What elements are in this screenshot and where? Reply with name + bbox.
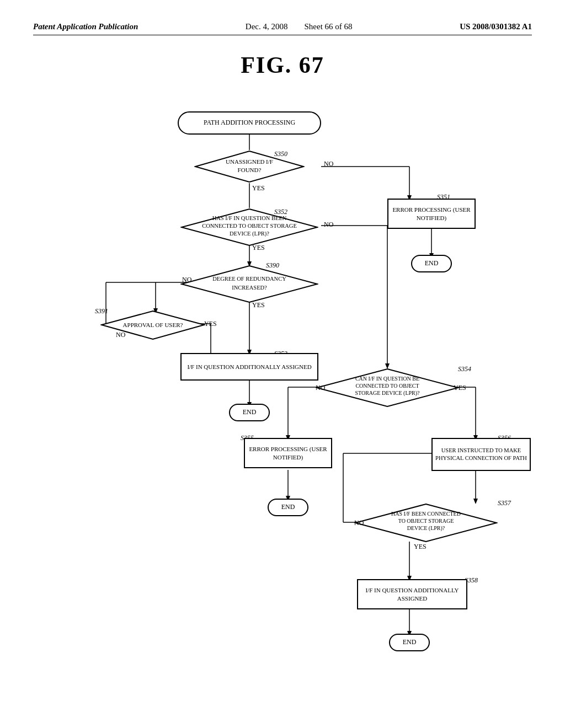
svg-text:INCREASED?: INCREASED?	[232, 285, 267, 291]
label-s391-no: NO	[116, 331, 125, 339]
s351-rect: ERROR PROCESSING (USER NOTIFIED)	[387, 199, 476, 229]
page: Patent Application Publication Dec. 4, 2…	[0, 0, 565, 728]
header-center: Dec. 4, 2008 Sheet 66 of 68	[246, 22, 353, 31]
label-s391-yes: YES	[204, 320, 217, 328]
svg-text:HAS I/F BEEN CONNECTED: HAS I/F BEEN CONNECTED	[391, 511, 461, 517]
label-s357: S357	[498, 499, 511, 507]
svg-text:STORAGE DEVICE (LPR)?: STORAGE DEVICE (LPR)?	[355, 390, 420, 397]
figure-title: FIG. 67	[33, 52, 532, 78]
label-s357-no: NO	[354, 519, 364, 527]
svg-text:UNASSIGNED I/F: UNASSIGNED I/F	[226, 158, 273, 165]
s358-rect: I/F IN QUESTION ADDITIONALLY ASSIGNED	[357, 579, 467, 609]
svg-text:FOUND?: FOUND?	[238, 167, 262, 173]
svg-marker-50	[182, 266, 317, 302]
header-sheet: Sheet 66 of 68	[305, 22, 353, 31]
s352-diamond: HAS I/F IN QUESTION BEEN CONNECTED TO OB…	[180, 208, 318, 247]
end1-node: END	[411, 255, 452, 272]
svg-text:APPROVAL OF USER?: APPROVAL OF USER?	[123, 322, 183, 328]
svg-text:DEGREE OF REDUNDANCY: DEGREE OF REDUNDANCY	[212, 276, 286, 282]
s357-diamond: HAS I/F BEEN CONNECTED TO OBJECT STORAGE…	[354, 503, 498, 543]
label-s350-yes: YES	[252, 184, 265, 192]
label-s352-no: NO	[324, 221, 333, 229]
label-s390-yes: YES	[252, 301, 265, 309]
label-s352-yes: YES	[252, 244, 265, 252]
header-date: Dec. 4, 2008	[246, 22, 288, 31]
s350-diamond: UNASSIGNED I/F FOUND?	[194, 150, 305, 183]
label-s354-yes: YES	[454, 384, 466, 392]
s353-rect: I/F IN QUESTION ADDITIONALLY ASSIGNED	[180, 353, 318, 381]
header-publication: Patent Application Publication	[33, 22, 138, 31]
label-s350-no: NO	[324, 160, 333, 168]
svg-text:TO OBJECT STORAGE: TO OBJECT STORAGE	[398, 518, 454, 524]
header-patent: US 2008/0301382 A1	[460, 22, 532, 31]
svg-text:CONNECTED TO OBJECT STORAGE: CONNECTED TO OBJECT STORAGE	[202, 223, 297, 229]
svg-text:DEVICE (LPR)?: DEVICE (LPR)?	[230, 231, 269, 237]
s356-rect: USER INSTRUCTED TO MAKE PHYSICAL CONNECT…	[431, 438, 531, 471]
header: Patent Application Publication Dec. 4, 2…	[33, 22, 532, 35]
label-s390-no: NO	[182, 276, 191, 284]
s354-diamond: CAN I/F IN QUESTION BE CONNECTED TO OBJE…	[316, 368, 459, 408]
end3-node: END	[268, 499, 308, 516]
end4-node: END	[389, 634, 430, 651]
svg-text:DEVICE (LPR)?: DEVICE (LPR)?	[407, 525, 445, 532]
svg-text:HAS I/F IN QUESTION BEEN: HAS I/F IN QUESTION BEEN	[212, 215, 287, 221]
svg-text:CAN I/F IN QUESTION BE: CAN I/F IN QUESTION BE	[355, 376, 419, 382]
flowchart: PATH ADDITION PROCESSING S350 UNASSIGNED…	[45, 95, 520, 702]
s355-rect: ERROR PROCESSING (USER NOTIFIED)	[244, 438, 332, 468]
end2-node: END	[229, 404, 270, 421]
start-node: PATH ADDITION PROCESSING	[178, 111, 321, 135]
label-s357-yes: YES	[414, 543, 427, 551]
label-s354-no: NO	[316, 384, 325, 392]
label-s354: S354	[458, 365, 471, 373]
s390-diamond: DEGREE OF REDUNDANCY INCREASED?	[180, 265, 318, 303]
svg-text:CONNECTED TO OBJECT: CONNECTED TO OBJECT	[355, 383, 419, 389]
